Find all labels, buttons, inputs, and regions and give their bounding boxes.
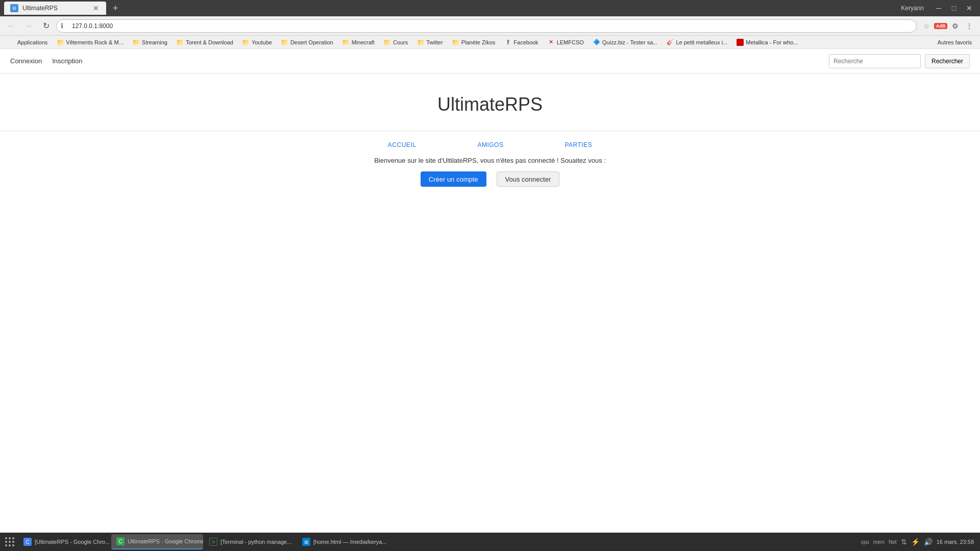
network-icon: ⇅	[901, 538, 907, 546]
cpu-status: cpu	[861, 539, 869, 545]
bluetooth-icon: ⚡	[911, 538, 920, 546]
bookmark-streaming-label: Streaming	[142, 39, 167, 45]
menu-accueil[interactable]: ACCUEIL	[388, 141, 416, 148]
volume-icon: 🔊	[924, 538, 933, 546]
minimize-button[interactable]: ─	[932, 2, 945, 15]
title-bar-left: U UltimateRPS ✕ +	[4, 1, 901, 15]
bookmark-metalleux[interactable]: 🎸 Le petit metalleux i...	[663, 38, 731, 47]
bookmark-others-label: Autres favoris	[938, 39, 972, 45]
bookmark-planete-label: Planète Zikos	[461, 39, 496, 45]
folder-icon: 📁	[242, 39, 250, 46]
taskbar-item-editor[interactable]: ⊞ [home.html — /media/kerya...	[297, 534, 389, 549]
site-menu: ACCUEIL AMIGOS PARTIES	[388, 141, 592, 148]
back-button[interactable]: ←	[4, 19, 18, 33]
action-buttons: Créer un compte Vous connecter	[421, 171, 559, 187]
chrome2-icon: C	[116, 537, 125, 545]
create-account-button[interactable]: Créer un compte	[421, 171, 486, 187]
site-nav: Connexion Inscription Rechercher	[0, 49, 980, 73]
bookmark-desert[interactable]: 📁 Desert Operation	[277, 38, 337, 47]
bookmark-youtube[interactable]: 📁 Youtube	[238, 38, 276, 47]
window-controls: Keryann ─ □ ✕	[901, 2, 976, 15]
taskbar-item-terminal[interactable]: > [Terminal - python manage...	[204, 534, 296, 549]
bookmark-quizz-label: Quizz.biz - Tester sa...	[602, 39, 658, 45]
terminal-icon: >	[209, 538, 217, 546]
new-tab-button[interactable]: +	[108, 1, 122, 15]
user-label: Keryann	[901, 5, 924, 12]
taskbar-chrome1-label: [UltimateRPS - Google Chro...	[35, 539, 110, 545]
bookmark-twitter-label: Twitter	[426, 39, 443, 45]
mem-status: mem	[873, 539, 885, 545]
folder-icon: 📁	[342, 39, 350, 46]
site-main: UltimateRPS ACCUEIL AMIGOS PARTIES Bienv…	[0, 73, 980, 533]
bookmark-lemfcso[interactable]: ✕ LEMFCSO	[544, 38, 588, 47]
metallica-icon	[737, 39, 744, 46]
apps-icon	[8, 39, 15, 46]
bookmark-planete[interactable]: 📁 Planète Zikos	[448, 38, 500, 47]
bookmark-youtube-label: Youtube	[252, 39, 272, 45]
address-bar[interactable]: ℹ 127.0.0.1:8000	[56, 19, 917, 33]
taskbar-item-chrome1[interactable]: C [UltimateRPS - Google Chro...	[18, 534, 110, 549]
taskbar-clock: 16 mars, 23:58	[937, 539, 974, 545]
search-input[interactable]	[829, 54, 921, 68]
search-button[interactable]: Rechercher	[925, 54, 970, 68]
browser-content: Connexion Inscription Rechercher Ultimat…	[0, 49, 980, 533]
bookmark-others[interactable]: Autres favoris	[934, 38, 976, 46]
extensions-button[interactable]: ⚙	[948, 19, 962, 33]
inscription-link[interactable]: Inscription	[52, 57, 82, 65]
connexion-link[interactable]: Connexion	[10, 57, 42, 65]
bookmark-streaming[interactable]: 📁 Streaming	[129, 38, 172, 47]
bookmark-applications[interactable]: Applications	[4, 38, 52, 47]
bookmark-torent[interactable]: 📁 Torent & Download	[173, 38, 237, 47]
title-bar: U UltimateRPS ✕ + Keryann ─ □ ✕	[0, 0, 980, 16]
bookmark-vetements[interactable]: 📁 Vêtements Rock & M...	[53, 38, 127, 47]
folder-icon: 📁	[133, 39, 140, 46]
bookmark-apps-label: Applications	[17, 39, 47, 45]
facebook-icon: f	[504, 39, 511, 46]
menu-button[interactable]: ⋮	[963, 19, 976, 33]
taskbar-terminal-label: [Terminal - python manage...	[220, 539, 291, 545]
taskbar-editor-label: [home.html — /media/kerya...	[313, 539, 387, 545]
taskbar-item-chrome2[interactable]: C UltimateRPS - Google Chrome	[111, 534, 203, 549]
bookmark-lemfcso-label: LEMFCSO	[557, 39, 584, 45]
folder-icon: 📁	[417, 39, 424, 46]
taskbar-apps-button[interactable]	[2, 534, 17, 549]
bookmark-minecraft-label: Minecraft	[352, 39, 375, 45]
bookmark-metallica[interactable]: Metallica - For who...	[732, 38, 802, 47]
site-divider	[0, 131, 980, 131]
tab-favicon: U	[10, 4, 18, 12]
tab-title: UltimateRPS	[22, 5, 58, 12]
editor-icon: ⊞	[302, 538, 310, 546]
folder-icon: 📁	[452, 39, 459, 46]
address-lock-icon: ℹ	[61, 22, 63, 30]
close-button[interactable]: ✕	[963, 2, 976, 15]
maximize-button[interactable]: □	[947, 2, 961, 15]
chrome-icon: C	[23, 538, 32, 546]
net-status: Net	[889, 539, 897, 545]
bookmark-cours[interactable]: 📁 Cours	[380, 38, 412, 47]
nav-bar: ← → ↻ ℹ 127.0.0.1:8000 ☆ AdB ⚙ ⋮	[0, 16, 980, 36]
bookmark-twitter[interactable]: 📁 Twitter	[413, 38, 447, 47]
tab-close-button[interactable]: ✕	[92, 4, 100, 12]
bookmark-facebook[interactable]: f Facebook	[500, 38, 542, 47]
folder-icon: 📁	[57, 39, 64, 46]
connect-button[interactable]: Vous connecter	[497, 171, 560, 187]
bookmark-star-button[interactable]: ☆	[920, 19, 933, 33]
bookmark-quizz[interactable]: 🔷 Quizz.biz - Tester sa...	[589, 38, 662, 47]
bookmarks-bar: Applications 📁 Vêtements Rock & M... 📁 S…	[0, 36, 980, 49]
site-search-area: Rechercher	[829, 54, 970, 68]
taskbar-chrome2-label: UltimateRPS - Google Chrome	[128, 538, 203, 544]
lemfcso-icon: ✕	[548, 39, 555, 46]
forward-button[interactable]: →	[21, 19, 36, 33]
active-tab[interactable]: U UltimateRPS ✕	[4, 2, 106, 15]
folder-icon: 📁	[384, 39, 391, 46]
reload-button[interactable]: ↻	[39, 19, 53, 33]
metalleux-icon: 🎸	[667, 39, 674, 46]
menu-amigos[interactable]: AMIGOS	[477, 141, 503, 148]
menu-parties[interactable]: PARTIES	[565, 141, 592, 148]
bookmark-facebook-label: Facebook	[513, 39, 538, 45]
bookmark-vetements-label: Vêtements Rock & M...	[66, 39, 123, 45]
bookmark-minecraft[interactable]: 📁 Minecraft	[338, 38, 379, 47]
welcome-text: Bienvenue sur le site d'UltilateRPS, vou…	[374, 157, 606, 164]
window-frame: U UltimateRPS ✕ + Keryann ─ □ ✕ ← → ↻ ℹ …	[0, 0, 980, 551]
folder-icon: 📁	[177, 39, 184, 46]
